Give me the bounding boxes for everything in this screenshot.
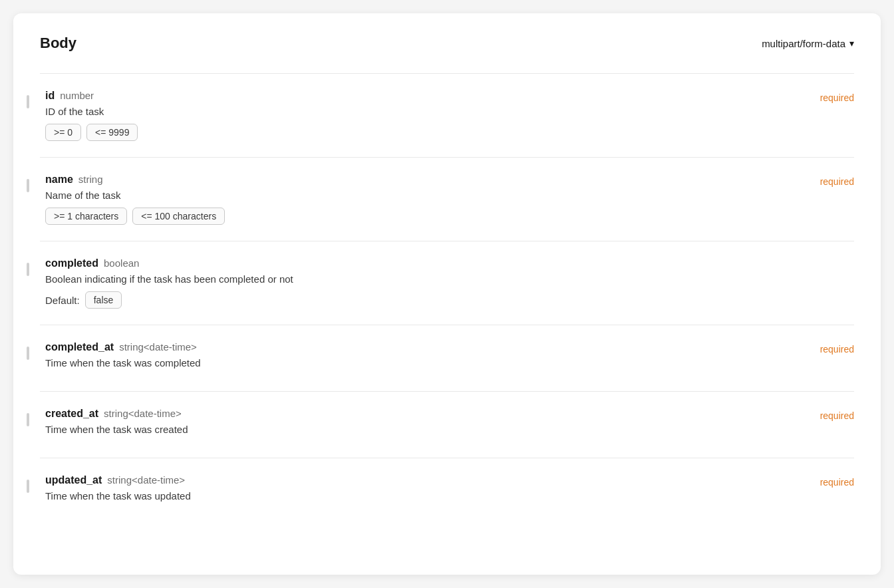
- field-indicator: [27, 95, 29, 108]
- field-row-inner: idnumberID of the task>= 0<= 9999require…: [40, 90, 854, 141]
- field-name-label: completed_at: [45, 341, 114, 353]
- field-name-row: idnumber: [45, 90, 820, 102]
- panel-header: Body multipart/form-data ▾: [40, 35, 854, 52]
- field-name-label: updated_at: [45, 474, 102, 486]
- field-name-row: completedboolean: [45, 257, 854, 269]
- field-constraints: >= 1 characters<= 100 characters: [45, 208, 820, 225]
- field-row-inner: completedbooleanBoolean indicating if th…: [40, 257, 854, 309]
- fields-container: idnumberID of the task>= 0<= 9999require…: [40, 73, 854, 524]
- content-type-label: multipart/form-data: [762, 38, 845, 49]
- field-name-label: id: [45, 90, 55, 102]
- field-row-inner: updated_atstring<date-time>Time when the…: [40, 474, 854, 508]
- field-name-label: created_at: [45, 408, 98, 420]
- default-row: Default:false: [45, 291, 854, 309]
- field-content: idnumberID of the task>= 0<= 9999: [40, 90, 820, 141]
- default-label: Default:: [45, 295, 80, 306]
- constraint-badge: >= 0: [45, 124, 81, 141]
- field-type-label: string<date-time>: [119, 341, 197, 353]
- field-row: completedbooleanBoolean indicating if th…: [40, 241, 854, 325]
- field-row: updated_atstring<date-time>Time when the…: [40, 458, 854, 524]
- field-indicator: [27, 413, 29, 426]
- field-description: Name of the task: [45, 190, 820, 201]
- field-description: Time when the task was completed: [45, 357, 820, 368]
- constraint-badge: <= 9999: [86, 124, 138, 141]
- field-row-inner: created_atstring<date-time>Time when the…: [40, 408, 854, 442]
- required-badge: required: [820, 474, 854, 508]
- field-row: created_atstring<date-time>Time when the…: [40, 391, 854, 458]
- field-row-inner: completed_atstring<date-time>Time when t…: [40, 341, 854, 375]
- content-type-selector[interactable]: multipart/form-data ▾: [762, 38, 854, 49]
- constraint-badge: <= 100 characters: [132, 208, 225, 225]
- field-type-label: string<date-time>: [104, 408, 182, 419]
- field-indicator: [27, 480, 29, 493]
- field-constraints: >= 0<= 9999: [45, 124, 820, 141]
- field-content: completed_atstring<date-time>Time when t…: [40, 341, 820, 375]
- field-row: idnumberID of the task>= 0<= 9999require…: [40, 73, 854, 157]
- field-indicator: [27, 347, 29, 360]
- body-panel: Body multipart/form-data ▾ idnumberID of…: [13, 13, 881, 575]
- field-description: ID of the task: [45, 106, 820, 117]
- field-description: Boolean indicating if the task has been …: [45, 273, 854, 285]
- default-value-badge: false: [85, 291, 122, 309]
- required-badge: required: [820, 174, 854, 225]
- field-name-label: completed: [45, 257, 98, 269]
- field-content: created_atstring<date-time>Time when the…: [40, 408, 820, 442]
- field-description: Time when the task was updated: [45, 490, 820, 502]
- field-row: completed_atstring<date-time>Time when t…: [40, 325, 854, 391]
- field-indicator: [27, 263, 29, 276]
- field-name-row: created_atstring<date-time>: [45, 408, 820, 420]
- field-name-row: namestring: [45, 174, 820, 186]
- panel-title: Body: [40, 35, 76, 52]
- constraint-badge: >= 1 characters: [45, 208, 127, 225]
- field-name-row: completed_atstring<date-time>: [45, 341, 820, 353]
- field-row: namestringName of the task>= 1 character…: [40, 157, 854, 241]
- required-badge: required: [820, 341, 854, 375]
- field-description: Time when the task was created: [45, 424, 820, 435]
- required-badge: required: [820, 90, 854, 141]
- field-row-inner: namestringName of the task>= 1 character…: [40, 174, 854, 225]
- field-name-label: name: [45, 174, 73, 186]
- chevron-down-icon: ▾: [849, 38, 854, 49]
- field-indicator: [27, 179, 29, 192]
- field-name-row: updated_atstring<date-time>: [45, 474, 820, 486]
- field-content: namestringName of the task>= 1 character…: [40, 174, 820, 225]
- field-type-label: string<date-time>: [107, 474, 185, 486]
- field-type-label: string: [78, 174, 103, 185]
- field-type-label: number: [60, 90, 94, 101]
- field-type-label: boolean: [104, 257, 139, 269]
- field-content: completedbooleanBoolean indicating if th…: [40, 257, 854, 309]
- required-badge: required: [820, 408, 854, 442]
- field-content: updated_atstring<date-time>Time when the…: [40, 474, 820, 508]
